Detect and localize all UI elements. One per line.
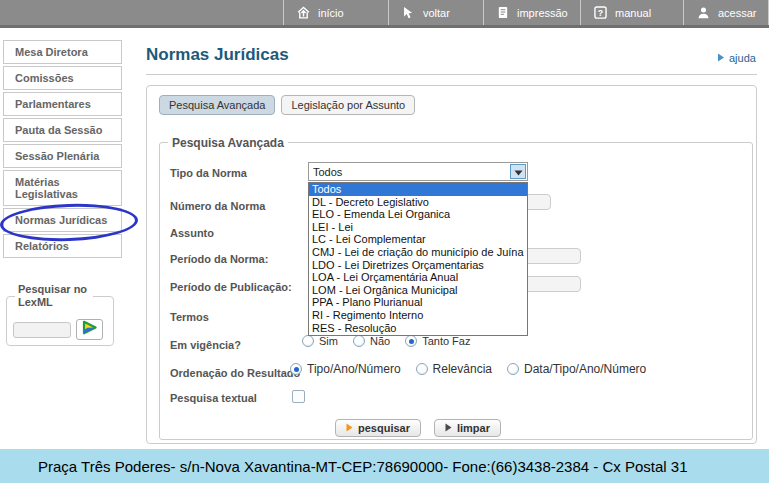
dropdown-option-cmj[interactable]: CMJ - Lei de criação do município de Juí… xyxy=(309,246,527,259)
topbar-inicio[interactable]: início xyxy=(283,0,388,25)
dropdown-arrow-icon[interactable] xyxy=(510,164,526,179)
dropdown-option-todos[interactable]: Todos xyxy=(309,183,527,196)
topbar-item-label: início xyxy=(318,7,344,19)
tipo-da-norma-dropdown: TodosDL - Decreto LegislativoELO - Emend… xyxy=(308,182,528,336)
button-label: pesquisar xyxy=(358,422,410,434)
print-icon xyxy=(497,6,509,19)
dropdown-option-lom[interactable]: LOM - Lei Orgânica Municipal xyxy=(309,284,527,297)
topbar-item-label: voltar xyxy=(423,7,450,19)
topbar-item-label: acessar xyxy=(718,7,757,19)
ordenacao-radio-group: Tipo/Ano/Número Relevância Data/Tipo/Ano… xyxy=(290,362,646,376)
page: início voltar impressão ? manual acessar… xyxy=(0,0,769,487)
dropdown-option-ri[interactable]: RI - Regimento Interno xyxy=(309,309,527,322)
sidebar-item-normas-juridicas[interactable]: Normas Jurídicas xyxy=(3,208,122,232)
radio-icon xyxy=(290,363,302,375)
tipo-da-norma-label: Tipo da Norma xyxy=(170,167,247,179)
tab-legislacao-por-assunto[interactable]: Legislação por Assunto xyxy=(281,95,415,115)
em-vigencia-label: Em vigência? xyxy=(170,339,241,351)
sidebar-item-parlamentares[interactable]: Parlamentares xyxy=(3,92,122,116)
lexml-legend: Pesquisar no LexML xyxy=(15,283,93,309)
dropdown-option-loa[interactable]: LOA - Lei Orçamentária Anual xyxy=(309,271,527,284)
radio-icon xyxy=(507,363,519,375)
topbar-item-label: manual xyxy=(615,7,651,19)
radio-icon xyxy=(353,335,365,347)
tabs: Pesquisa AvançadaLegislação por Assunto xyxy=(159,95,415,115)
radio-nao[interactable]: Não xyxy=(353,335,390,347)
topbar-menu: início voltar impressão ? manual acessar xyxy=(283,0,769,25)
limpar-button[interactable]: limpar xyxy=(434,419,501,437)
periodo-da-norma-label: Período da Norma: xyxy=(170,253,268,265)
sidebar-item-relatorios[interactable]: Relatórios xyxy=(3,234,122,258)
select-value: Todos xyxy=(313,166,342,178)
button-label: limpar xyxy=(457,422,490,434)
dropdown-option-dl[interactable]: DL - Decreto Legislativo xyxy=(309,196,527,209)
sidebar: Mesa DiretoraComissõesParlamentaresPauta… xyxy=(3,40,122,260)
radio-icon xyxy=(405,335,417,347)
advanced-search-form: Pesquisa Avançada Tipo da Norma Número d… xyxy=(159,142,753,440)
radio-tanto-faz[interactable]: Tanto Faz xyxy=(405,335,470,347)
vigencia-radio-group: Sim Não Tanto Faz xyxy=(302,335,470,347)
gray-arrow-icon xyxy=(445,422,452,434)
lexml-search-box: Pesquisar no LexML xyxy=(6,296,114,346)
radio-relevancia[interactable]: Relevância xyxy=(416,362,492,376)
topbar: início voltar impressão ? manual acessar xyxy=(0,0,769,28)
termos-label: Termos xyxy=(170,311,209,323)
sidebar-item-comissoes[interactable]: Comissões xyxy=(3,66,122,90)
topbar-acessar[interactable]: acessar xyxy=(683,0,769,25)
lexml-arrow-icon xyxy=(81,320,98,339)
topbar-impressao[interactable]: impressão xyxy=(483,0,580,25)
radio-label: Sim xyxy=(319,335,338,347)
sidebar-item-pauta-da-sessao[interactable]: Pauta da Sessão xyxy=(3,118,122,142)
page-title: Normas Jurídicas xyxy=(146,45,757,75)
form-legend: Pesquisa Avançada xyxy=(168,136,288,150)
radio-data-tipo-ano-numero[interactable]: Data/Tipo/Ano/Número xyxy=(507,362,646,376)
dropdown-option-ppa[interactable]: PPA - Plano Plurianual xyxy=(309,296,527,309)
radio-label: Data/Tipo/Ano/Número xyxy=(524,362,646,376)
home-icon xyxy=(297,6,310,19)
radio-icon xyxy=(416,363,428,375)
dropdown-option-elo[interactable]: ELO - Emenda Lei Organica xyxy=(309,208,527,221)
pesquisar-button[interactable]: pesquisar xyxy=(335,419,421,437)
tab-pesquisa-avancada[interactable]: Pesquisa Avançada xyxy=(159,95,275,115)
dropdown-option-lei[interactable]: LEI - Lei xyxy=(309,221,527,234)
sidebar-item-materias-legislativas[interactable]: Matérias Legislativas xyxy=(3,170,122,206)
numero-da-norma-label: Número da Norma xyxy=(170,200,265,212)
radio-sim[interactable]: Sim xyxy=(302,335,338,347)
radio-label: Não xyxy=(370,335,390,347)
topbar-voltar[interactable]: voltar xyxy=(388,0,483,25)
form-buttons: pesquisar limpar xyxy=(335,419,501,437)
orange-arrow-icon xyxy=(346,422,353,434)
radio-label: Tipo/Ano/Número xyxy=(307,362,401,376)
pesquisa-textual-checkbox[interactable] xyxy=(292,390,305,403)
lexml-search-input[interactable] xyxy=(13,322,71,338)
radio-label: Relevância xyxy=(433,362,492,376)
footer-address: Praça Três Poderes- s/n-Nova Xavantina-M… xyxy=(38,458,688,475)
footer: Praça Três Poderes- s/n-Nova Xavantina-M… xyxy=(0,449,769,483)
back-cursor-icon xyxy=(402,6,415,19)
lexml-search-button[interactable] xyxy=(76,319,103,340)
svg-text:?: ? xyxy=(598,8,603,18)
pesquisa-textual-label: Pesquisa textual xyxy=(170,392,257,404)
help-link-label: ajuda xyxy=(729,52,756,64)
topbar-manual[interactable]: ? manual xyxy=(580,0,683,25)
sidebar-item-mesa-diretora[interactable]: Mesa Diretora xyxy=(3,40,122,64)
radio-icon xyxy=(302,335,314,347)
radio-tipo-ano-numero[interactable]: Tipo/Ano/Número xyxy=(290,362,401,376)
question-manual-icon: ? xyxy=(594,6,607,19)
radio-label: Tanto Faz xyxy=(422,335,470,347)
tipo-da-norma-select[interactable]: Todos xyxy=(308,162,528,181)
dropdown-option-lc[interactable]: LC - Lei Complementar xyxy=(309,233,527,246)
sidebar-item-sessao-plenaria[interactable]: Sessão Plenária xyxy=(3,144,122,168)
arrow-right-icon xyxy=(717,52,725,64)
ordenacao-label: Ordenação do Resultado xyxy=(170,367,300,379)
topbar-item-label: impressão xyxy=(517,7,568,19)
periodo-de-publicacao-label: Período de Publicação: xyxy=(170,281,292,293)
content-box: Pesquisa AvançadaLegislação por Assunto … xyxy=(146,85,757,444)
help-link[interactable]: ajuda xyxy=(717,52,756,64)
dropdown-option-ldo[interactable]: LDO - Lei Diretrizes Orçamentarias xyxy=(309,259,527,272)
assunto-label: Assunto xyxy=(170,227,214,239)
dropdown-option-res[interactable]: RES - Resolução xyxy=(309,322,527,335)
user-icon xyxy=(697,6,710,19)
